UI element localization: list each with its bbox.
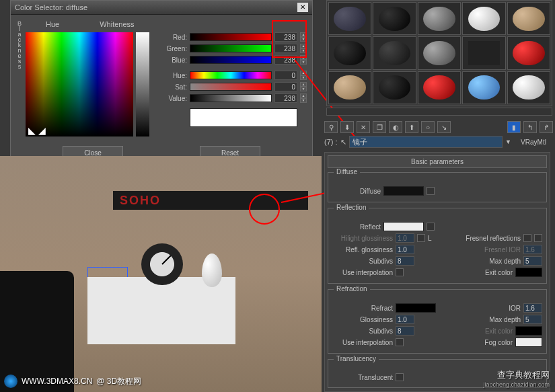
sat-slider[interactable] [190,83,272,91]
material-slot[interactable] [373,71,416,104]
translucent-checkbox[interactable] [396,373,404,381]
red-spinner[interactable] [274,32,297,42]
material-slot[interactable] [328,36,371,69]
fog-color-swatch[interactable] [515,338,542,347]
material-slot[interactable] [328,71,371,104]
refr-maxdepth-label: Max depth [489,316,521,323]
refl-subdivs-spinner[interactable] [396,256,414,266]
material-slot[interactable] [373,36,416,69]
reflect-color-swatch[interactable] [383,222,424,231]
refl-gloss-spinner[interactable] [396,245,414,254]
sat-spinner-buttons[interactable]: ▲▼ [300,82,307,91]
reflection-group-label: Reflection [334,204,369,211]
material-slot[interactable] [418,71,461,104]
dialog-titlebar[interactable]: Color Selector: diffuse ✕ [11,1,312,15]
fresnel-checkbox[interactable] [523,234,531,242]
material-name-input[interactable] [349,136,503,148]
fog-color-label: Fog color [484,339,513,346]
refr-gloss-spinner[interactable] [396,315,414,324]
refr-interp-checkbox[interactable] [396,338,404,346]
refl-gloss-label: Refl. glossiness [332,246,393,253]
green-label: Green: [155,45,187,52]
options-icon[interactable]: ○ [421,121,435,133]
watermark-right: 查字典教程网 jiaocheng.chazidian.com [483,369,550,388]
fresnel-label: Fresnel reflections [466,235,521,242]
diffuse-group: Diffuse Diffuse [328,172,547,202]
make-unique-icon[interactable]: ◐ [389,121,402,133]
refl-exit-swatch[interactable] [515,268,542,277]
diffuse-map-button[interactable] [427,187,435,195]
assign-icon[interactable]: ⬇ [340,121,354,133]
put-icon[interactable]: ⬆ [405,121,418,133]
refl-maxdepth-spinner[interactable] [523,256,542,266]
copy-icon[interactable]: ❐ [373,121,386,133]
eyedropper-icon[interactable]: ⚲ [324,121,338,133]
fresnel-ior-spinner[interactable] [523,245,542,254]
close-icon[interactable]: ✕ [297,3,308,12]
refract-color-swatch[interactable] [396,303,436,313]
hue-spinner[interactable] [274,71,297,80]
viewport-3d[interactable]: SOHO [0,156,322,392]
value-spinner[interactable] [274,93,297,103]
material-slot[interactable] [373,2,416,35]
red-slider[interactable] [190,33,272,41]
refr-subdivs-spinner[interactable] [396,326,414,336]
red-spinner-buttons[interactable]: ▲▼ [300,32,307,42]
select-icon[interactable]: ↘ [437,121,451,133]
reflect-label: Reflect [332,223,381,231]
slot-number-label: (7) : [324,138,338,146]
scene-droplet [202,253,222,287]
refr-maxdepth-spinner[interactable] [523,315,542,324]
dropdown-icon[interactable]: ▼ [505,139,511,145]
material-slot[interactable] [507,36,550,69]
blue-spinner-buttons[interactable]: ▲▼ [300,55,307,65]
hue-saturation-picker[interactable] [26,32,133,136]
material-slot[interactable] [418,36,461,69]
refr-subdivs-label: Subdivs [332,327,393,335]
fresnel-lock[interactable] [534,234,542,242]
red-label: Red: [155,34,187,41]
material-slot[interactable] [462,71,505,104]
go-forward-icon[interactable]: ↱ [540,121,553,133]
refr-exit-swatch[interactable] [515,326,542,336]
material-type-button[interactable]: VRayMtl [514,139,553,146]
blue-slider[interactable] [190,56,272,64]
refl-maxdepth-label: Max depth [489,258,521,265]
material-slot[interactable] [418,2,461,35]
delete-icon[interactable]: ✕ [357,121,370,133]
refl-exit-label: Exit color [485,269,513,276]
scene-sign: SOHO [113,191,308,210]
material-slot[interactable] [462,36,505,69]
hue-spinner-buttons[interactable]: ▲▼ [300,71,307,80]
rollout-basic-parameters[interactable]: Basic parameters [328,155,547,168]
watermark-left: WWW.3DMAX8.CN @ 3D教程网 [4,375,141,388]
hue-slider[interactable] [190,71,272,79]
lock-button[interactable] [417,234,425,242]
material-slot[interactable] [507,2,550,35]
refl-interp-checkbox[interactable] [396,268,404,276]
sat-label: Sat: [155,83,187,91]
go-parent-icon[interactable]: ↰ [523,121,537,133]
show-map-icon[interactable]: ▮ [507,121,521,133]
material-slot[interactable] [462,2,505,35]
value-slider[interactable] [190,94,272,102]
hue-label: Hue: [155,72,187,79]
material-slot[interactable] [507,71,550,104]
hilight-gloss-spinner[interactable] [396,233,414,243]
pick-icon[interactable]: ↖ [340,138,346,147]
value-spinner-buttons[interactable]: ▲▼ [300,93,307,103]
material-slot[interactable] [328,2,371,35]
green-spinner-buttons[interactable]: ▲▼ [300,44,307,53]
sat-spinner[interactable] [274,82,297,91]
ior-spinner[interactable] [523,303,542,313]
diffuse-label: Diffuse [332,188,381,195]
material-scrollbar[interactable] [326,108,552,116]
reflect-map-button[interactable] [427,223,435,231]
dialog-title: Color Selector: diffuse [15,3,87,11]
green-slider[interactable] [190,44,272,52]
green-spinner[interactable] [274,44,297,53]
refraction-group-label: Refraction [334,285,370,292]
blue-spinner[interactable] [274,55,297,65]
whiteness-slider[interactable] [136,32,149,136]
diffuse-color-swatch[interactable] [383,186,424,196]
